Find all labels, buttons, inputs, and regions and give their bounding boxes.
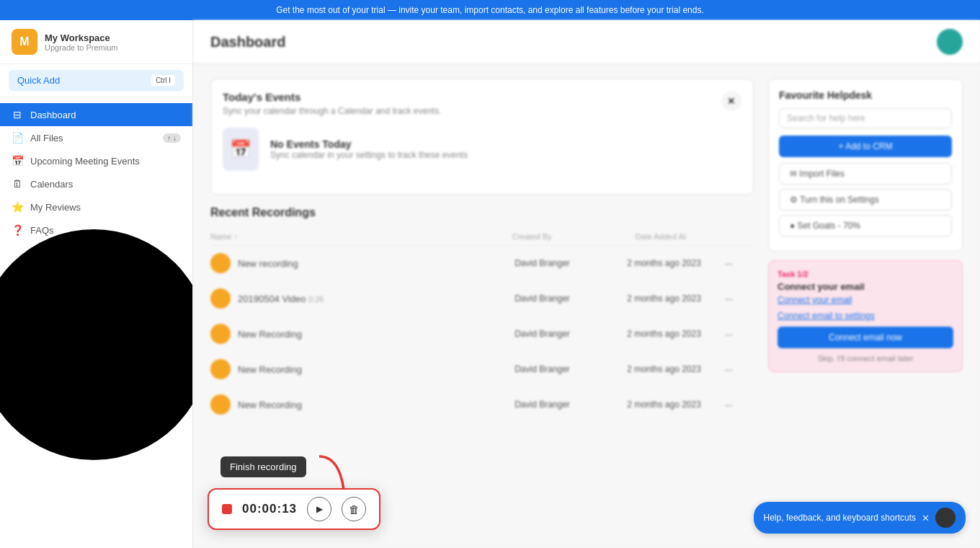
task-label: Task 1/2: [778, 270, 953, 278]
panel-search[interactable]: Search for help here: [779, 108, 952, 128]
help-close-button[interactable]: ✕: [922, 513, 930, 523]
right-panel: Favourite Helpdesk Search for help here …: [768, 79, 963, 423]
task-card: Task 1/2 Connect your email Connect your…: [768, 260, 963, 372]
help-bar-text: Help, feedback, and keyboard shortcuts: [764, 513, 916, 523]
row-avatar: [210, 324, 231, 344]
row-created: David Branger: [481, 329, 603, 339]
row-date: 2 months ago 2023: [603, 364, 725, 374]
no-events-icon: 📅: [223, 128, 259, 171]
sidebar-item-label: My Reviews: [30, 202, 81, 213]
col-header-name: Name ↑: [210, 232, 468, 241]
table-row: 20190504 Video 0:26 David Branger 2 mont…: [210, 281, 754, 317]
row-avatar: [210, 288, 231, 309]
banner-text: Get the most out of your trial — invite …: [276, 5, 704, 15]
no-events-title: No Events Today: [270, 138, 468, 150]
sidebar-item-label: All Files: [30, 133, 63, 143]
dismiss-today-events-button[interactable]: ✕: [721, 91, 741, 111]
files-icon: 📄: [12, 132, 23, 143]
quick-add-button[interactable]: Quick Add Ctrl I: [9, 70, 184, 91]
reviews-icon: ⭐: [12, 201, 23, 213]
faq-icon: ❓: [12, 224, 23, 236]
table-row: New Recording David Branger 2 months ago…: [210, 352, 754, 387]
recording-timer: 00:00:13: [242, 502, 297, 516]
panel-title: Favourite Helpdesk: [779, 89, 952, 101]
favourites-section: Favourite Helpdesk Search for help here …: [768, 79, 963, 252]
sidebar-item-all-files[interactable]: 📄 All Files ↑ ↓: [0, 126, 192, 149]
row-created: David Branger: [481, 364, 603, 374]
calendar-icon: 📅: [12, 155, 23, 167]
import-files-button[interactable]: ✉ Import Files: [779, 163, 952, 185]
sidebar-item-my-reviews[interactable]: ⭐ My Reviews: [0, 195, 192, 218]
row-avatar: [210, 359, 231, 379]
camera-overlay: [0, 229, 193, 460]
table-row: New Recording David Branger 2 months ago…: [210, 317, 754, 352]
add-to-crm-button[interactable]: + Add to CRM: [779, 136, 952, 157]
row-date: 2 months ago 2023: [603, 293, 725, 304]
skip-email-link[interactable]: Skip. I'll connect email later: [778, 354, 953, 363]
row-name: 20190504 Video 0:26: [238, 293, 481, 304]
sidebar-item-dashboard[interactable]: ⊟ Dashboard: [0, 103, 192, 126]
task-link2[interactable]: Connect email to settings: [778, 311, 953, 321]
row-name: New Recording: [238, 399, 481, 410]
sidebar-company-info: My Workspace Upgrade to Premium: [45, 32, 181, 52]
no-events-subtitle: Sync calendar in your settings to track …: [270, 150, 468, 160]
row-created: David Branger: [481, 399, 603, 410]
sidebar-logo: M: [12, 29, 37, 55]
main-header: Dashboard: [193, 20, 980, 64]
today-events-card: Today's Events Sync your calendar throug…: [210, 79, 754, 195]
recent-recordings-section: Recent Recordings Name ↑ Created By Date…: [210, 206, 754, 423]
today-events-title: Today's Events: [223, 91, 442, 103]
set-goals-button[interactable]: ● Set Goals - 70%: [779, 215, 952, 237]
turn-on-settings-button[interactable]: ⚙ Turn this on Settings: [779, 189, 952, 211]
recording-delete-button[interactable]: 🗑: [342, 497, 366, 521]
sidebar-item-label: Upcoming Meeting Events: [30, 156, 140, 167]
row-actions: ···: [725, 293, 754, 304]
company-name: My Workspace: [45, 32, 181, 43]
quick-add-label: Quick Add: [17, 75, 60, 86]
row-name: New Recording: [238, 329, 481, 340]
main-content: Dashboard Today's Events Sync your calen…: [193, 20, 980, 548]
task-title: Connect your email: [778, 281, 953, 292]
row-created: David Branger: [481, 258, 603, 268]
sidebar-item-label: Calendars: [30, 179, 73, 190]
row-name: New Recording: [238, 364, 481, 375]
recording-play-button[interactable]: ▶: [307, 497, 331, 521]
recordings-title: Recent Recordings: [210, 206, 754, 219]
main-title: Dashboard: [210, 34, 285, 50]
connect-email-button[interactable]: Connect email now: [778, 327, 953, 348]
table-row: New recording David Branger 2 months ago…: [210, 246, 754, 281]
help-avatar: [935, 508, 956, 528]
sidebar-item-calendars[interactable]: 🗓 Calendars: [0, 172, 192, 195]
no-events-box: 📅 No Events Today Sync calendar in your …: [223, 116, 741, 182]
col-header-actions: [725, 232, 754, 241]
task-link[interactable]: Connect your email: [778, 295, 953, 305]
help-bar: Help, feedback, and keyboard shortcuts ✕: [754, 502, 966, 534]
user-avatar: [937, 29, 963, 55]
sidebar-item-upcoming-events[interactable]: 📅 Upcoming Meeting Events: [0, 149, 192, 172]
sidebar: M My Workspace Upgrade to Premium Quick …: [0, 20, 193, 548]
row-actions: ···: [725, 364, 754, 375]
col-header-date: Date Added At: [597, 232, 726, 241]
table-row: New Recording David Branger 2 months ago…: [210, 387, 754, 423]
today-events-subtitle: Sync your calendar through a Calendar an…: [223, 106, 442, 116]
row-date: 2 months ago 2023: [603, 399, 725, 410]
main-left-column: Today's Events Sync your calendar throug…: [210, 79, 754, 423]
row-actions: ···: [725, 258, 754, 269]
col-header-created: Created By: [468, 232, 597, 241]
top-banner: Get the most out of your trial — invite …: [0, 0, 980, 20]
row-avatar: [210, 394, 231, 415]
dashboard-icon: ⊟: [12, 109, 23, 120]
recording-dot: [222, 504, 232, 514]
company-subtitle: Upgrade to Premium: [45, 43, 181, 52]
row-actions: ···: [725, 399, 754, 410]
row-created: David Branger: [481, 293, 603, 304]
sidebar-header: M My Workspace Upgrade to Premium: [0, 20, 192, 64]
sidebar-item-label: FAQs: [30, 225, 54, 236]
calendars-icon: 🗓: [12, 178, 23, 190]
main-body: Today's Events Sync your calendar throug…: [193, 64, 980, 437]
row-name: New recording: [238, 258, 481, 269]
row-date: 2 months ago 2023: [603, 329, 725, 339]
all-files-badge: ↑ ↓: [163, 133, 181, 143]
recording-widget: 00:00:13 ▶ 🗑: [208, 488, 380, 530]
sidebar-item-label: Dashboard: [30, 110, 76, 120]
